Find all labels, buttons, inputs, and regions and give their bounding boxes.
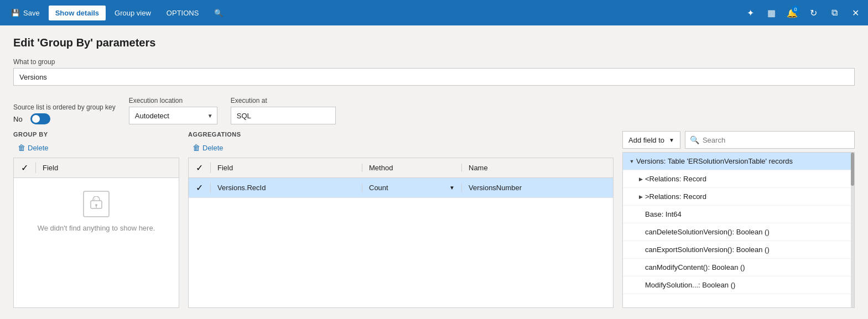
execution-location-label: Execution location — [129, 97, 217, 104]
show-details-label: Show details — [55, 9, 99, 17]
add-field-button[interactable]: Add field to ▼ — [622, 131, 680, 149]
what-to-group-input[interactable] — [13, 68, 855, 86]
tree-item-label: canModifyContent(): Boolean () — [645, 263, 850, 271]
execution-location-wrapper: Autodetect SQL Memory ▼ — [129, 107, 217, 124]
restore-btn[interactable]: ⧉ — [826, 4, 843, 21]
scrollbar[interactable] — [851, 153, 854, 307]
group-view-label: Group view — [115, 9, 151, 17]
tree-item[interactable]: canExportSolutionVersion(): Boolean () — [623, 241, 854, 259]
options-button[interactable]: OPTIONS — [160, 6, 206, 20]
source-list-toggle[interactable] — [30, 113, 50, 124]
tree-item[interactable]: ▶>Relations: Record — [623, 188, 854, 206]
notification-btn[interactable]: 🔔 0 — [784, 4, 801, 21]
sparkle-icon-btn[interactable]: ✦ — [742, 4, 758, 21]
field-browser: Add field to ▼ 🔍 ▼Versions: Table 'ERSol… — [622, 131, 855, 308]
tree-item-label: canExportSolutionVersion(): Boolean () — [645, 245, 850, 254]
agg-field-header: Field — [211, 164, 362, 172]
checkmark-icon: ✓ — [21, 163, 28, 173]
tree-item-label: >Relations: Record — [645, 192, 850, 201]
refresh-btn[interactable]: ↻ — [805, 4, 822, 21]
source-list-label: Source list is ordered by group key — [13, 103, 116, 111]
show-details-button[interactable]: Show details — [49, 6, 106, 20]
tree-item[interactable]: canDeleteSolutionVersion(): Boolean () — [623, 223, 854, 241]
form-row: Source list is ordered by group key No E… — [13, 97, 855, 124]
group-by-table: ✓ Field We didn't find anyth — [13, 158, 179, 308]
field-browser-toolbar: Add field to ▼ 🔍 — [622, 131, 855, 149]
aggregations-delete-label: Delete — [202, 144, 224, 152]
toggle-row: No — [13, 113, 116, 124]
group-by-header: GROUP BY — [13, 131, 179, 138]
group-by-check-header: ✓ — [14, 163, 36, 173]
group-by-empty-state: We didn't find anything to show here. — [14, 178, 179, 244]
restore-icon: ⧉ — [831, 8, 838, 18]
close-icon: ✕ — [852, 8, 859, 18]
scrollbar-thumb[interactable] — [851, 153, 854, 186]
agg-row-name: VersionsNumber — [462, 184, 613, 192]
chevron-down-add-icon: ▼ — [669, 137, 674, 143]
execution-at-group: Execution at — [231, 97, 336, 124]
tree-item[interactable]: ▶<Relations: Record — [623, 170, 854, 188]
office-icon-btn[interactable]: ▦ — [763, 4, 779, 21]
columns-layout: GROUP BY 🗑 Delete ✓ Field — [13, 131, 855, 308]
search-box[interactable]: 🔍 — [685, 131, 855, 149]
aggregations-delete-button[interactable]: 🗑 Delete — [188, 141, 228, 154]
agg-row-method[interactable]: Count ▼ — [362, 184, 462, 192]
empty-state-icon — [83, 191, 110, 217]
search-icon-title: 🔍 — [214, 9, 223, 17]
aggregations-table-header: ✓ Field Method Name — [189, 158, 613, 178]
save-label: Save — [23, 9, 40, 17]
agg-method-header: Method — [362, 164, 462, 172]
agg-checkmark-icon: ✓ — [196, 163, 203, 173]
main-content: Edit 'Group By' parameters What to group… — [0, 25, 868, 319]
tree-expand-icon: ▼ — [627, 159, 636, 164]
toggle-value-text: No — [13, 115, 23, 123]
options-label: OPTIONS — [167, 9, 199, 17]
office-icon: ▦ — [767, 8, 776, 18]
page-title: Edit 'Group By' parameters — [13, 36, 855, 49]
tree-item[interactable]: ▼Versions: Table 'ERSolutionVersionTable… — [623, 153, 854, 170]
execution-at-label: Execution at — [231, 97, 336, 104]
table-row[interactable]: ✓ Versions.RecId Count ▼ VersionsNumber — [189, 178, 613, 198]
agg-name-header: Name — [462, 164, 613, 172]
aggregations-table: ✓ Field Method Name ✓ Versions.RecId Cou… — [188, 158, 614, 308]
sparkle-icon: ✦ — [747, 8, 754, 18]
tree-item-label: ModifySolution...: Boolean () — [645, 281, 850, 289]
source-list-group: Source list is ordered by group key No — [13, 103, 116, 124]
group-by-toolbar: 🗑 Delete — [13, 141, 179, 154]
title-bar: 💾 Save Show details Group view OPTIONS 🔍… — [0, 0, 868, 25]
trash-icon: 🗑 — [18, 143, 25, 152]
aggregations-panel: AGGREGATIONS 🗑 Delete ✓ Field Method Nam… — [188, 131, 614, 308]
tree-item[interactable]: ModifySolution...: Boolean () — [623, 276, 854, 294]
execution-at-input[interactable] — [231, 107, 336, 124]
close-btn[interactable]: ✕ — [847, 4, 864, 21]
tree-item-label: Versions: Table 'ERSolutionVersionTable'… — [636, 157, 850, 165]
group-by-table-header: ✓ Field — [14, 158, 179, 178]
execution-location-group: Execution location Autodetect SQL Memory… — [129, 97, 217, 124]
notification-badge: 0 — [792, 6, 799, 13]
aggregations-header: AGGREGATIONS — [188, 131, 614, 138]
add-field-label: Add field to — [628, 136, 664, 144]
save-icon: 💾 — [11, 9, 20, 17]
tree-item[interactable]: canModifyContent(): Boolean () — [623, 259, 854, 276]
search-icon: 🔍 — [690, 135, 699, 144]
field-tree: ▼Versions: Table 'ERSolutionVersionTable… — [622, 152, 855, 308]
tree-expand-icon: ▶ — [636, 176, 645, 182]
tree-item-label: <Relations: Record — [645, 175, 850, 183]
tree-expand-icon: ▶ — [636, 194, 645, 200]
agg-row-check: ✓ — [189, 182, 211, 193]
agg-row-field: Versions.RecId — [211, 184, 362, 192]
group-by-field-header: Field — [36, 164, 179, 172]
execution-location-select[interactable]: Autodetect SQL Memory — [129, 107, 217, 124]
search-button-title[interactable]: 🔍 — [207, 6, 230, 20]
refresh-icon: ↻ — [810, 8, 817, 18]
tree-item-label: Base: Int64 — [645, 210, 850, 218]
row-checkmark-icon: ✓ — [196, 182, 203, 193]
group-view-button[interactable]: Group view — [108, 6, 158, 20]
tree-item-label: canDeleteSolutionVersion(): Boolean () — [645, 228, 850, 236]
search-input[interactable] — [703, 136, 850, 144]
group-by-delete-button[interactable]: 🗑 Delete — [13, 141, 53, 154]
method-value: Count — [369, 184, 388, 192]
aggregations-toolbar: 🗑 Delete — [188, 141, 614, 154]
save-button[interactable]: 💾 Save — [4, 6, 46, 20]
tree-item[interactable]: Base: Int64 — [623, 206, 854, 223]
